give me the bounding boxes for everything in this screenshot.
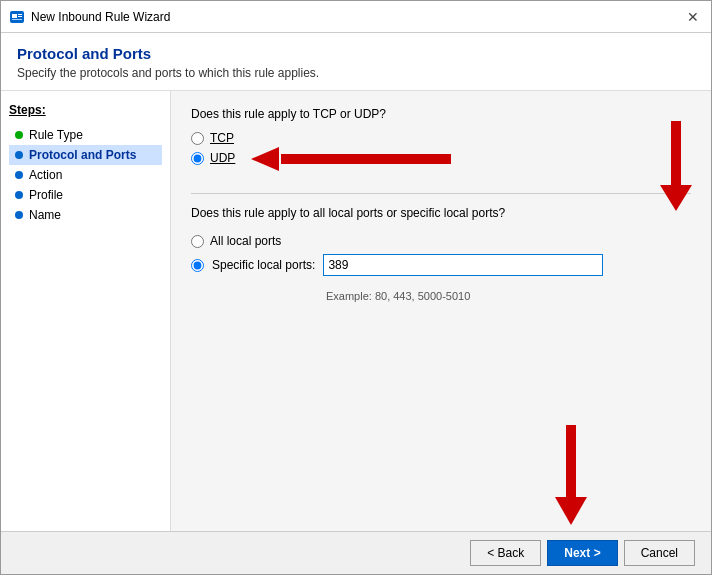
arrow-pointing-down-to-ports	[656, 121, 696, 211]
close-button[interactable]: ✕	[683, 7, 703, 27]
svg-rect-3	[18, 16, 22, 17]
protocol-radio-group: TCP UDP	[191, 131, 691, 165]
steps-label: Steps:	[9, 103, 162, 117]
ports-input[interactable]	[323, 254, 603, 276]
page-subtitle: Specify the protocols and ports to which…	[17, 66, 695, 80]
window-title: New Inbound Rule Wizard	[31, 10, 170, 24]
header-area: Protocol and Ports Specify the protocols…	[1, 33, 711, 91]
svg-rect-2	[18, 14, 22, 15]
tcp-radio[interactable]	[191, 132, 204, 145]
ports-example: Example: 80, 443, 5000-5010	[326, 290, 691, 302]
arrow-pointing-to-udp	[251, 143, 461, 175]
question1-label: Does this rule apply to TCP or UDP?	[191, 107, 691, 121]
sidebar-item-profile[interactable]: Profile	[9, 185, 162, 205]
sidebar-label-profile: Profile	[29, 188, 63, 202]
sidebar-label-rule-type: Rule Type	[29, 128, 83, 142]
main-content: Does this rule apply to TCP or UDP? TCP …	[171, 91, 711, 531]
sidebar-label-protocol-ports: Protocol and Ports	[29, 148, 136, 162]
question2-label: Does this rule apply to all local ports …	[191, 206, 691, 220]
dot-icon-rule-type	[15, 131, 23, 139]
tcp-label[interactable]: TCP	[210, 131, 234, 145]
next-button[interactable]: Next >	[547, 540, 617, 566]
cancel-button[interactable]: Cancel	[624, 540, 695, 566]
udp-label[interactable]: UDP	[210, 151, 235, 165]
back-button[interactable]: < Back	[470, 540, 541, 566]
sidebar-label-action: Action	[29, 168, 62, 182]
arrow-pointing-to-next	[551, 425, 591, 525]
all-ports-radio-item: All local ports	[191, 234, 691, 248]
specific-ports-radio[interactable]	[191, 259, 204, 272]
specific-ports-radio-item: Specific local ports:	[191, 254, 691, 276]
all-ports-label[interactable]: All local ports	[210, 234, 281, 248]
all-ports-radio[interactable]	[191, 235, 204, 248]
sidebar-label-name: Name	[29, 208, 61, 222]
svg-rect-1	[12, 14, 17, 18]
specific-ports-label[interactable]: Specific local ports:	[212, 258, 315, 272]
title-bar: New Inbound Rule Wizard ✕	[1, 1, 711, 33]
section-divider	[191, 193, 691, 194]
content-area: Steps: Rule Type Protocol and Ports Acti…	[1, 91, 711, 531]
svg-rect-4	[12, 19, 22, 20]
main-window: New Inbound Rule Wizard ✕ Protocol and P…	[0, 0, 712, 575]
dot-icon-name	[15, 211, 23, 219]
page-title: Protocol and Ports	[17, 45, 695, 62]
svg-marker-8	[660, 185, 692, 211]
svg-marker-6	[251, 147, 279, 171]
dot-icon-profile	[15, 191, 23, 199]
sidebar-item-name[interactable]: Name	[9, 205, 162, 225]
wizard-icon	[9, 9, 25, 25]
dot-icon-protocol-ports	[15, 151, 23, 159]
udp-radio-item: UDP	[191, 151, 691, 165]
svg-marker-10	[555, 497, 587, 525]
sidebar-item-action[interactable]: Action	[9, 165, 162, 185]
sidebar: Steps: Rule Type Protocol and Ports Acti…	[1, 91, 171, 531]
udp-radio[interactable]	[191, 152, 204, 165]
title-bar-left: New Inbound Rule Wizard	[9, 9, 170, 25]
sidebar-item-protocol-ports[interactable]: Protocol and Ports	[9, 145, 162, 165]
ports-radio-group: All local ports Specific local ports: Ex…	[191, 234, 691, 302]
sidebar-item-rule-type[interactable]: Rule Type	[9, 125, 162, 145]
dot-icon-action	[15, 171, 23, 179]
footer: < Back Next > Cancel	[1, 531, 711, 574]
